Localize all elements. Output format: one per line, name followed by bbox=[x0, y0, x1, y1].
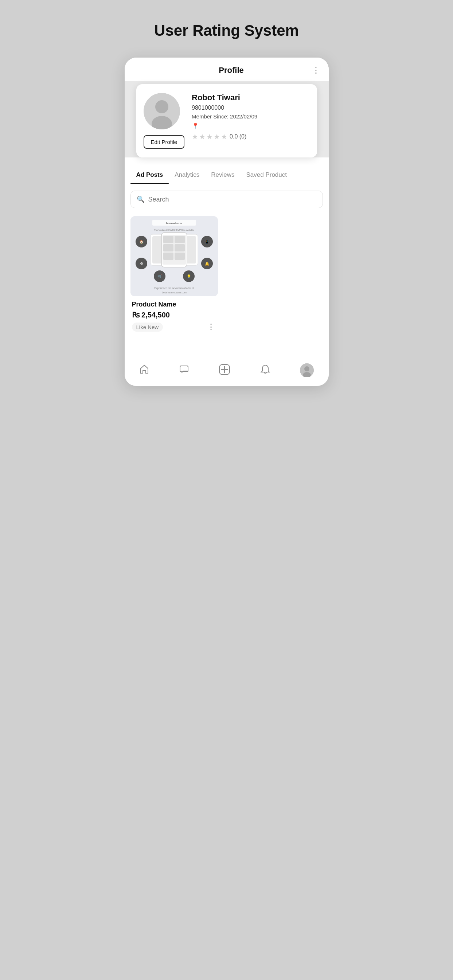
products-grid: hamrobazar The Updated HAMROBAZAR is ava… bbox=[125, 213, 329, 341]
svg-rect-11 bbox=[163, 236, 173, 243]
tab-analytics[interactable]: Analytics bbox=[169, 166, 205, 184]
svg-text:📱: 📱 bbox=[205, 239, 210, 244]
nav-messages[interactable] bbox=[173, 363, 195, 378]
star-1: ★ bbox=[192, 132, 198, 141]
tab-reviews[interactable]: Reviews bbox=[205, 166, 240, 184]
product-condition: Like New bbox=[132, 323, 163, 332]
avatar bbox=[144, 93, 180, 129]
rating-value: 0.0 (0) bbox=[230, 134, 246, 140]
location-row: 📍 bbox=[192, 123, 309, 129]
svg-rect-14 bbox=[175, 244, 185, 251]
svg-text:🛒: 🛒 bbox=[157, 274, 162, 279]
product-info: Product Name ₨ 2,54,500 Like New ⋮ bbox=[130, 296, 218, 334]
location-icon: 📍 bbox=[192, 123, 199, 129]
bottom-nav bbox=[125, 356, 329, 386]
star-3: ★ bbox=[206, 132, 213, 141]
svg-text:🏠: 🏠 bbox=[139, 239, 144, 244]
profile-header-title: Profile bbox=[151, 65, 312, 75]
more-options-icon[interactable]: ⋮ bbox=[312, 66, 320, 74]
profile-header: Profile ⋮ bbox=[125, 57, 329, 81]
tab-saved-product[interactable]: Saved Product bbox=[240, 166, 292, 184]
product-price: ₨ 2,54,500 bbox=[132, 310, 216, 319]
member-since: Member Since: 2022/02/09 bbox=[192, 113, 309, 119]
product-meta-row: Like New ⋮ bbox=[132, 321, 216, 332]
star-4: ★ bbox=[213, 132, 220, 141]
product-card: hamrobazar The Updated HAMROBAZAR is ava… bbox=[130, 216, 218, 334]
rating-row: ★ ★ ★ ★ ★ 0.0 (0) bbox=[192, 132, 309, 141]
page-title: User Rating System bbox=[154, 22, 299, 39]
product-image: hamrobazar The Updated HAMROBAZAR is ava… bbox=[130, 216, 218, 296]
svg-point-34 bbox=[304, 366, 309, 371]
user-name: Robot Tiwari bbox=[192, 93, 309, 102]
nav-notifications[interactable] bbox=[254, 363, 276, 378]
product-more-icon[interactable]: ⋮ bbox=[205, 321, 216, 332]
home-icon bbox=[139, 364, 149, 377]
search-icon: 🔍 bbox=[137, 195, 145, 204]
svg-text:⚙: ⚙ bbox=[140, 262, 143, 266]
content-area: Ad Posts Analytics Reviews Saved Product… bbox=[125, 166, 329, 341]
phone-card: Profile ⋮ Edit Profile bbox=[125, 57, 329, 386]
svg-rect-15 bbox=[163, 253, 173, 260]
nav-profile[interactable] bbox=[294, 362, 319, 379]
svg-text:hamrobazar: hamrobazar bbox=[166, 221, 182, 225]
svg-text:beta.hamrobazar.com: beta.hamrobazar.com bbox=[162, 291, 187, 294]
product-name: Product Name bbox=[132, 301, 216, 308]
svg-text:Experience the new-hamrobazar : Experience the new-hamrobazar at bbox=[154, 287, 194, 290]
nav-add[interactable] bbox=[213, 362, 236, 379]
svg-text:💡: 💡 bbox=[187, 274, 191, 279]
messages-icon bbox=[179, 364, 189, 377]
svg-rect-16 bbox=[175, 253, 185, 260]
search-input[interactable] bbox=[148, 196, 317, 204]
avatar-wrapper: Edit Profile bbox=[144, 93, 185, 149]
profile-section: Edit Profile Robot Tiwari 9801000000 Mem… bbox=[125, 81, 329, 158]
svg-rect-12 bbox=[175, 236, 185, 243]
star-2: ★ bbox=[199, 132, 205, 141]
user-phone: 9801000000 bbox=[192, 105, 309, 111]
svg-rect-13 bbox=[163, 244, 173, 251]
nav-home[interactable] bbox=[134, 363, 155, 378]
star-rating: ★ ★ ★ ★ ★ bbox=[192, 132, 227, 141]
edit-profile-button[interactable]: Edit Profile bbox=[144, 135, 185, 149]
tab-ad-posts[interactable]: Ad Posts bbox=[130, 166, 169, 184]
svg-text:The Updated HAMROBAZAR is avai: The Updated HAMROBAZAR is available bbox=[154, 229, 194, 231]
svg-text:🔔: 🔔 bbox=[205, 261, 210, 266]
star-5: ★ bbox=[221, 132, 227, 141]
search-container: 🔍 bbox=[130, 191, 323, 208]
tabs-row: Ad Posts Analytics Reviews Saved Product bbox=[125, 166, 329, 184]
add-icon bbox=[219, 364, 230, 377]
nav-profile-avatar bbox=[300, 363, 314, 377]
search-input-wrapper: 🔍 bbox=[130, 191, 323, 208]
notifications-icon bbox=[260, 364, 270, 377]
profile-info-card: Edit Profile Robot Tiwari 9801000000 Mem… bbox=[136, 84, 317, 158]
profile-details: Robot Tiwari 9801000000 Member Since: 20… bbox=[192, 93, 309, 141]
svg-point-1 bbox=[155, 100, 168, 113]
